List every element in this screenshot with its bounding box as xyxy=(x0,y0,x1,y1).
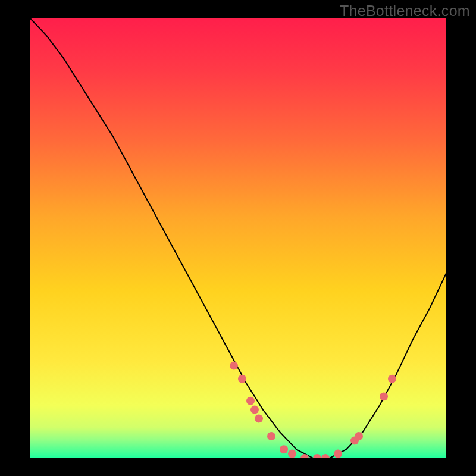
highlighted-point xyxy=(355,432,363,440)
highlighted-point xyxy=(280,445,288,453)
highlighted-point xyxy=(388,375,396,383)
chart-svg xyxy=(30,18,446,458)
highlighted-point xyxy=(255,414,263,422)
highlighted-point xyxy=(288,450,296,458)
watermark-label: TheBottleneck.com xyxy=(340,2,470,20)
highlighted-point xyxy=(380,392,388,400)
highlighted-point xyxy=(230,362,238,370)
highlighted-point xyxy=(246,397,255,405)
highlighted-point xyxy=(267,432,275,440)
background-gradient xyxy=(30,18,446,458)
chart-frame: TheBottleneck.com xyxy=(0,0,476,476)
highlighted-point xyxy=(334,450,342,458)
highlighted-point xyxy=(238,375,246,383)
highlighted-point xyxy=(250,406,259,414)
